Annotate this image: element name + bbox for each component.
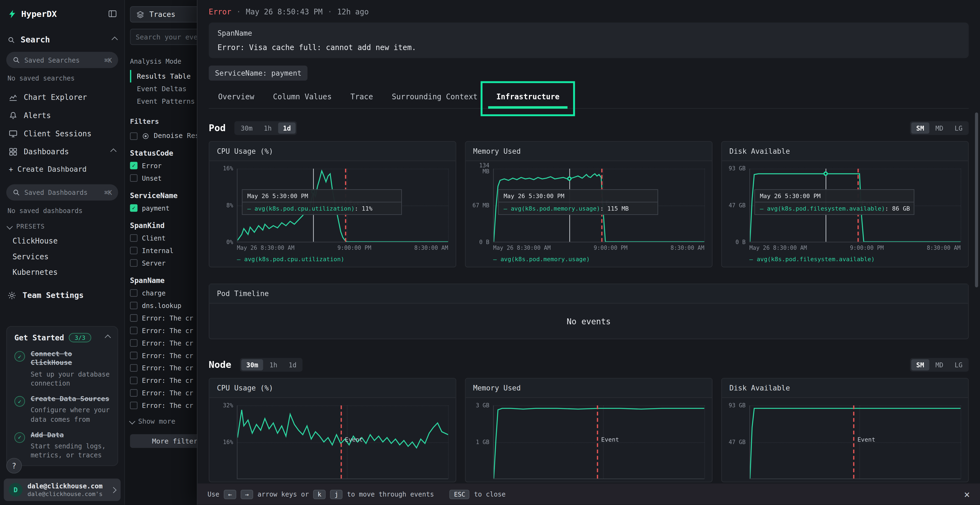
checkbox-unchecked[interactable] — [130, 175, 138, 182]
monitor-icon — [9, 129, 18, 138]
chart-plot[interactable]: EventMay 26 5:30:00 PM— avg(k8s.pod.cpu.… — [237, 169, 448, 243]
pod-size-md[interactable]: MD — [931, 122, 948, 133]
checkbox-unchecked[interactable] — [130, 389, 138, 397]
y-axis-labels: 3 GB1 GB — [469, 405, 493, 479]
get-started-item[interactable]: ✓Add DataStart sending logs, metrics, or… — [14, 431, 110, 460]
chart-plot[interactable]: EventMay 26 5:30:00 PM— avg(k8s.pod.memo… — [493, 169, 704, 243]
event-timestamp: May 26 8:50:43 PM — [246, 8, 323, 16]
series-line — [237, 405, 448, 479]
node-range-1d[interactable]: 1d — [284, 359, 302, 370]
node-size-md[interactable]: MD — [931, 359, 948, 370]
preset-services[interactable]: Services — [13, 252, 117, 261]
create-dashboard-button[interactable]: + Create Dashboard — [6, 162, 118, 177]
chart-plot[interactable]: Event — [749, 405, 961, 479]
chart-title: Memory Used — [466, 378, 712, 398]
search-icon — [8, 36, 15, 43]
chevron-up-icon — [105, 335, 111, 341]
checkbox-checked[interactable]: ✓ — [130, 204, 138, 212]
sidebar-item-dashboards[interactable]: Dashboards — [6, 142, 118, 160]
pod-size-sm[interactable]: SM — [911, 122, 929, 133]
chart-plot[interactable]: EventMay 26 5:30:00 PM— avg(k8s.pod.file… — [749, 169, 961, 243]
checkbox-unchecked[interactable] — [130, 234, 138, 242]
events-navigation-footer: Use ← → arrow keys or k j to move throug… — [197, 484, 980, 505]
source-selector-label: Traces — [150, 10, 175, 19]
service-name-tag[interactable]: ServiceName: payment — [209, 65, 308, 81]
chart-plot[interactable]: Event — [493, 405, 704, 479]
checkbox-unchecked[interactable] — [130, 132, 138, 140]
checkbox-unchecked[interactable] — [130, 314, 138, 322]
tooltip-timestamp: May 26 5:30:00 PM — [499, 190, 657, 202]
node-section-header: Node 30m1h1d SMMDLG — [209, 358, 969, 372]
keyboard-shortcut-badge: ⌘K — [104, 189, 112, 196]
pod-range-selector: 30m1h1d — [234, 121, 297, 135]
get-started-items: ✓Connect to ClickHouseSet up your databa… — [14, 350, 110, 459]
collapse-sidebar-icon[interactable] — [108, 9, 117, 18]
pod-timeline-title: Pod Timeline — [209, 284, 968, 304]
close-panel-button[interactable]: × — [964, 488, 970, 500]
checkbox-unchecked[interactable] — [130, 247, 138, 254]
search-section-label: Search — [21, 35, 50, 44]
checkbox-unchecked[interactable] — [130, 402, 138, 409]
chart-body: 93 GB47 GBEvent — [722, 398, 968, 481]
pod-size-lg[interactable]: LG — [950, 122, 967, 133]
pod-timeline-card: Pod Timeline No events — [209, 284, 969, 339]
pod-range-1d[interactable]: 1d — [278, 122, 296, 133]
span-name-label: SpanName — [218, 29, 960, 38]
sidebar-item-chart-explorer[interactable]: Chart Explorer — [6, 88, 118, 106]
pod-range-1h[interactable]: 1h — [259, 122, 277, 133]
filter-option-label: Error: The cr — [142, 376, 193, 385]
saved-dashboards-input[interactable]: Saved Dashboards ⌘K — [6, 184, 118, 200]
tooltip-series-name: — avg(k8s.pod.cpu.utilization) — [247, 205, 355, 211]
preset-clickhouse[interactable]: ClickHouse — [13, 237, 117, 245]
tooltip-series-row: — avg(k8s.pod.filesystem.available): 86 … — [755, 202, 913, 214]
y-axis-label: 0 B — [735, 239, 746, 246]
node-size-sm[interactable]: SM — [911, 359, 929, 370]
checkbox-unchecked[interactable] — [130, 327, 138, 334]
get-started-item-text: Create Data SourcesConfigure where your … — [30, 395, 110, 423]
help-button[interactable]: ? — [6, 458, 22, 474]
y-axis-label: 47 GB — [729, 202, 746, 209]
checkbox-unchecked[interactable] — [130, 352, 138, 359]
chart-legend: —avg(k8s.pod.filesystem.available) — [726, 251, 961, 264]
checkbox-unchecked[interactable] — [130, 302, 138, 310]
pod-section-title: Pod — [209, 122, 226, 133]
scrollbar-thumb[interactable] — [975, 113, 978, 287]
get-started-header[interactable]: Get Started 3/3 — [14, 333, 110, 342]
search-section-header[interactable]: Search — [6, 35, 118, 44]
x-axis-labels: May 26 8:30:00 AM9:00:00 PM8:30:00 AM — [749, 243, 961, 251]
get-started-item[interactable]: ✓Create Data SourcesConfigure where your… — [14, 395, 110, 423]
team-settings-button[interactable]: Team Settings — [6, 291, 118, 300]
node-range-1h[interactable]: 1h — [264, 359, 282, 370]
tab-column-values[interactable]: Column Values — [264, 86, 341, 108]
chart-plot[interactable]: Event — [237, 405, 448, 479]
saved-searches-input[interactable]: Saved Searches ⌘K — [6, 52, 118, 68]
get-started-item[interactable]: ✓Connect to ClickHouseSet up your databa… — [14, 350, 110, 387]
sidebar-item-alerts[interactable]: Alerts — [6, 106, 118, 124]
checkbox-unchecked[interactable] — [130, 364, 138, 372]
user-menu[interactable]: D dale@clickhouse.com dale@clickhouse.co… — [4, 479, 121, 501]
checkbox-unchecked[interactable] — [130, 339, 138, 347]
checkbox-unchecked[interactable] — [130, 289, 138, 297]
chart-plot-row: 3 GB1 GBEvent — [469, 405, 704, 479]
preset-kubernetes[interactable]: Kubernetes — [13, 268, 117, 277]
node-range-30m[interactable]: 30m — [242, 359, 263, 370]
presets-toggle[interactable]: PRESETS — [8, 223, 117, 230]
tab-trace[interactable]: Trace — [341, 86, 382, 108]
checkbox-unchecked[interactable] — [130, 376, 138, 384]
event-marker-label: Event — [858, 436, 875, 443]
tab-surrounding-context[interactable]: Surrounding Context — [382, 86, 487, 108]
tab-infrastructure[interactable]: Infrastructure — [487, 86, 569, 108]
sidebar-item-client-sessions[interactable]: Client Sessions — [6, 124, 118, 143]
event-relative-time: 12h ago — [337, 8, 369, 16]
x-axis-label: 9:00:00 PM — [850, 245, 884, 251]
footer-text: arrow keys or — [258, 491, 309, 498]
detail-tabs: OverviewColumn ValuesTraceSurrounding Co… — [209, 86, 969, 109]
pod-range-30m[interactable]: 30m — [236, 122, 258, 133]
filter-option-label: payment — [142, 203, 170, 212]
checkbox-checked[interactable]: ✓ — [130, 162, 138, 170]
tooltip-value: : 115 MB — [600, 205, 628, 211]
chart-title: Memory Used — [466, 142, 712, 161]
checkbox-unchecked[interactable] — [130, 259, 138, 267]
tab-overview[interactable]: Overview — [209, 86, 264, 108]
node-size-lg[interactable]: LG — [950, 359, 967, 370]
